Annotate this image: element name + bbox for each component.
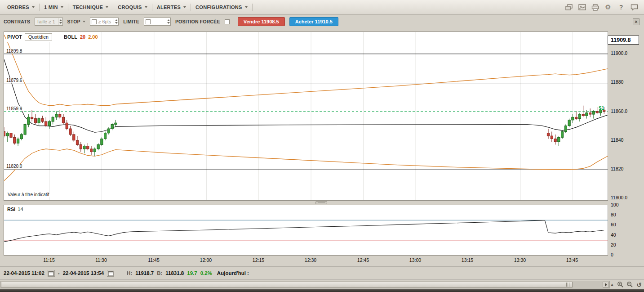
price-axis-label: 11860.0 [611,108,627,114]
settings-gear-icon[interactable]: ⚙ [604,3,613,12]
indicative-value-note: Valeur à titre indicatif [7,192,50,197]
stop-input[interactable]: ≥ 6pts [90,18,119,26]
menu-alertes-label: ALERTES [157,4,181,10]
calendar-icon[interactable] [107,270,114,277]
rsi-axis-label: 80 [611,212,616,217]
rsi-axis-label: 40 [611,232,616,238]
boll-indicator-label: BOLL [64,34,77,40]
rsi-panel[interactable]: RSI 14 [4,205,608,256]
pivot-level-label: 11879.6 [5,78,23,83]
menu-technique-label: TECHNIQUE [73,4,103,10]
change-value: 19.7 [187,270,197,276]
zoom-controls: ▲ ↺ [610,281,643,288]
menu-technique[interactable]: TECHNIQUE [68,0,113,14]
zoom-in-icon[interactable] [617,281,624,288]
chevron-down-icon [183,6,186,8]
stop-label[interactable]: STOP [67,19,85,24]
chevron-down-icon [245,6,248,8]
chevron-down-icon [32,6,35,8]
range-start-date: 22-04-2015 11:02 [4,270,44,276]
horizontal-scrollbar[interactable] [0,281,610,288]
time-axis-label: 13:00 [409,257,421,263]
time-axis-label: 12:30 [305,257,316,263]
menu-configurations[interactable]: CONFIGURATIONS [191,0,252,14]
high-value: 11918.7 [135,270,154,276]
scroll-right-button[interactable] [603,282,609,288]
window-bottom-edge [0,289,644,292]
layers-icon[interactable] [564,3,573,12]
limite-label: LIMITE [123,19,139,24]
arrow-right-icon [605,283,607,287]
limite-input[interactable] [144,18,171,26]
spinner-icon[interactable] [166,18,170,25]
stop-checkbox[interactable] [92,19,97,24]
limite-checkbox[interactable] [146,19,151,24]
rsi-axis-label: 0 [611,252,613,257]
price-axis[interactable]: 11900.01188011860.0118401182011800.0 [609,31,644,201]
contrats-label: CONTRATS [4,19,30,24]
menu-croquis[interactable]: CROQUIS [113,0,151,14]
scrollbar-thumb[interactable] [1,282,573,288]
low-label: B: [157,270,162,276]
image-icon[interactable] [577,3,586,12]
divider [0,279,644,280]
rsi-period-value: 14 [18,207,23,212]
rsi-axis-label: 100 [611,202,619,207]
menubar: ORDRES 1 MIN TECHNIQUE CROQUIS ALERTES C… [0,0,644,15]
menu-separator [252,4,253,11]
stop-value: ≥ 6pts [98,19,111,24]
help-icon[interactable]: ? [617,3,626,12]
time-axis-label: 12:00 [200,257,212,263]
scroll-up-icon[interactable]: ▲ [610,281,614,288]
change-percent: 0.2% [200,270,212,276]
reset-zoom-icon[interactable]: ↺ [635,281,643,288]
feedback-chat-icon[interactable] [630,3,639,12]
time-axis-label: 13:15 [462,257,473,263]
statusbar: 22-04-2015 11:02 - 22-04-2015 13:54 H: 1… [0,267,644,279]
candlestick-chart-canvas[interactable]: S1 [4,32,608,200]
pivot-level-label: 11859.9 [5,106,23,111]
price-axis-label: 11820 [611,166,623,171]
order-toolbar: CONTRATS Taille ≥ 1 STOP ≥ 6pts LIMITE P… [0,15,644,28]
price-axis-label: 11800.0 [611,195,627,200]
menu-timeframe[interactable]: 1 MIN [40,0,68,14]
rsi-axis-label: 60 [611,222,616,227]
chevron-down-icon [106,6,108,8]
boll-deviation-value: 2.00 [88,34,98,40]
rsi-axis[interactable]: 100806040200 [609,205,644,256]
high-label: H: [127,270,132,276]
calendar-icon[interactable] [48,270,55,277]
order-size-value: Taille ≥ 1 [36,19,55,24]
menu-ordres[interactable]: ORDRES [3,0,39,14]
rsi-chart-canvas[interactable] [4,205,608,255]
zoom-out-icon[interactable] [626,281,633,288]
buy-button[interactable]: Acheter 11910.5 [289,17,338,26]
position-forcee-checkbox[interactable] [225,19,230,24]
pivot-indicator-label: PIVOT [7,34,22,40]
panel-resize-handle[interactable] [315,201,327,204]
pivot-period-selector[interactable]: Quotidien [25,33,52,40]
sell-button[interactable]: Vendre 11908.5 [238,17,285,26]
stop-label-text: STOP [67,19,80,24]
chevron-down-icon [145,6,147,8]
close-icon[interactable]: × [633,18,640,25]
spinner-icon[interactable] [114,18,118,25]
main-chart[interactable]: S1 11899.811879.611859.911820.0 PIVOT Qu… [4,31,608,201]
order-size-input[interactable]: Taille ≥ 1 [35,18,62,26]
indicator-header: PIVOT Quotidien BOLL 20 2.00 [6,32,100,42]
scrollbar-grip-icon [566,283,570,287]
trading-app-window: ORDRES 1 MIN TECHNIQUE CROQUIS ALERTES C… [0,0,644,292]
spinner-icon[interactable] [58,18,62,25]
time-axis-label: 13:30 [514,257,526,263]
menu-alertes[interactable]: ALERTES [152,0,191,14]
last-price-marker: 11909.8 [608,36,639,45]
svg-text:S1: S1 [599,106,604,111]
low-value: 11831.8 [165,270,184,276]
price-axis-label: 11880 [611,79,623,85]
print-icon[interactable] [591,3,600,12]
boll-period-value: 20 [80,34,85,40]
pivot-level-label: 11899.8 [5,49,23,54]
chevron-down-icon [83,21,85,22]
time-axis[interactable]: 11:1511:3011:4512:0012:1512:3012:4513:00… [4,257,608,264]
divider [0,266,644,267]
